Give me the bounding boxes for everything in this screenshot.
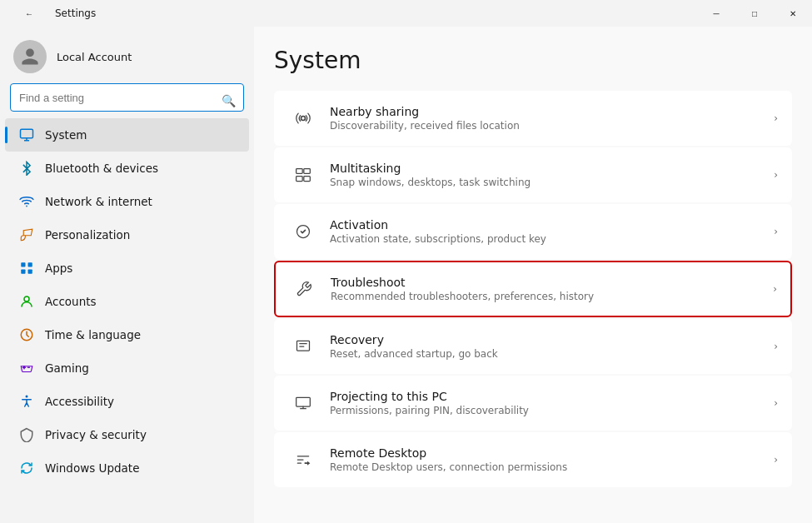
user-name: Local Account [57,51,132,63]
setting-desc-recovery: Reset, advanced startup, go back [330,348,774,360]
setting-desc-nearby_sharing: Discoverability, received files location [330,120,774,132]
minimize-button[interactable]: ─ [697,0,735,27]
gaming-icon [18,360,35,376]
content-area: System Nearby sharing Discoverability, r… [254,27,812,523]
chevron-right-icon: › [774,454,778,466]
sidebar: Local Account 🔍 System Bluetooth & devic… [0,27,254,523]
setting-desc-projecting: Permissions, pairing PIN, discoverabilit… [330,405,774,416]
chevron-right-icon: › [774,341,778,352]
sidebar-item-privacy[interactable]: Privacy & security [5,418,249,451]
maximize-button[interactable]: □ [735,0,774,27]
close-button[interactable]: ✕ [774,0,812,27]
sidebar-item-accounts[interactable]: Accounts [5,285,249,318]
sidebar-item-label: System [45,128,87,142]
titlebar-controls: ─ □ ✕ [697,0,812,27]
setting-item-remote_desktop[interactable]: Remote Desktop Remote Desktop users, con… [274,432,792,487]
sidebar-item-label: Gaming [45,361,89,375]
svg-rect-3 [21,270,25,274]
sidebar-item-personalization[interactable]: Personalization [5,218,249,252]
remote_desktop-icon [288,445,318,475]
settings-list: Nearby sharing Discoverability, received… [274,91,792,487]
sidebar-item-label: Apps [45,262,72,275]
setting-title-troubleshoot: Troubleshoot [331,276,773,289]
search-container: 🔍 [0,83,254,118]
titlebar-left: ← Settings [10,0,96,27]
setting-item-activation[interactable]: Activation Activation state, subscriptio… [274,204,792,259]
setting-item-multitasking[interactable]: Multitasking Snap windows, desktops, tas… [274,147,792,202]
setting-title-multitasking: Multitasking [330,162,774,175]
projecting-icon [288,388,318,418]
chevron-right-icon: › [774,397,778,409]
svg-rect-4 [28,270,32,274]
setting-item-recovery[interactable]: Recovery Reset, advanced startup, go bac… [274,319,792,374]
setting-item-troubleshoot[interactable]: Troubleshoot Recommended troubleshooters… [274,261,792,317]
chevron-right-icon: › [774,169,778,181]
chevron-right-icon: › [774,226,778,237]
troubleshoot-icon [289,274,319,304]
app-container: Local Account 🔍 System Bluetooth & devic… [0,27,812,523]
sidebar-item-label: Accounts [45,295,97,308]
setting-desc-multitasking: Snap windows, desktops, task switching [330,177,774,188]
sidebar-item-time[interactable]: Time & language [5,318,249,351]
nav-list: System Bluetooth & devices Network & int… [0,118,254,485]
sidebar-item-system[interactable]: System [5,118,249,152]
user-icon [20,47,40,67]
svg-rect-10 [304,169,311,174]
setting-desc-remote_desktop: Remote Desktop users, connection permiss… [330,461,774,473]
sidebar-item-bluetooth[interactable]: Bluetooth & devices [5,152,249,185]
svg-rect-12 [304,177,311,182]
sidebar-item-label: Personalization [45,228,130,242]
sidebar-item-apps[interactable]: Apps [5,252,249,285]
setting-title-nearby_sharing: Nearby sharing [330,105,774,118]
apps-icon [18,260,35,276]
sidebar-item-label: Privacy & security [45,428,147,441]
svg-rect-15 [296,397,311,406]
accounts-icon [18,293,35,310]
titlebar: ← Settings ─ □ ✕ [0,0,812,27]
svg-rect-0 [21,129,33,138]
setting-title-recovery: Recovery [330,333,774,346]
titlebar-title: Settings [55,7,96,19]
svg-point-8 [301,117,306,121]
nearby_sharing-icon [288,103,318,133]
bluetooth-icon [18,160,35,177]
chevron-right-icon: › [774,112,778,124]
setting-title-remote_desktop: Remote Desktop [330,446,774,460]
network-icon [18,193,35,210]
system-icon [18,127,35,143]
user-profile[interactable]: Local Account [0,27,254,83]
svg-rect-11 [296,177,303,182]
setting-title-projecting: Projecting to this PC [330,390,774,403]
avatar [13,40,47,73]
setting-desc-activation: Activation state, subscriptions, product… [330,233,774,245]
setting-desc-troubleshoot: Recommended troubleshooters, preferences… [331,291,773,302]
sidebar-item-label: Accessibility [45,395,114,408]
svg-rect-14 [297,341,310,351]
sidebar-item-accessibility[interactable]: Accessibility [5,385,249,418]
svg-rect-2 [28,262,32,266]
svg-rect-1 [21,262,25,266]
sidebar-item-label: Bluetooth & devices [45,162,158,175]
sidebar-item-label: Time & language [45,328,141,341]
setting-title-activation: Activation [330,218,774,232]
windows_update-icon [18,460,35,476]
page-title: System [274,47,792,74]
svg-point-7 [26,396,28,398]
search-input[interactable] [10,83,244,112]
sidebar-item-windows_update[interactable]: Windows Update [5,451,249,485]
sidebar-item-label: Network & internet [45,195,152,208]
recovery-icon [288,331,318,361]
setting-item-nearby_sharing[interactable]: Nearby sharing Discoverability, received… [274,91,792,146]
privacy-icon [18,426,35,443]
svg-rect-9 [296,169,303,174]
time-icon [18,326,35,343]
sidebar-item-network[interactable]: Network & internet [5,185,249,218]
sidebar-item-label: Windows Update [45,461,139,475]
activation-icon [288,217,318,247]
personalization-icon [18,227,35,243]
setting-item-projecting[interactable]: Projecting to this PC Permissions, pairi… [274,376,792,431]
multitasking-icon [288,160,318,190]
chevron-right-icon: › [773,283,777,295]
back-button[interactable]: ← [10,0,48,27]
sidebar-item-gaming[interactable]: Gaming [5,351,249,385]
